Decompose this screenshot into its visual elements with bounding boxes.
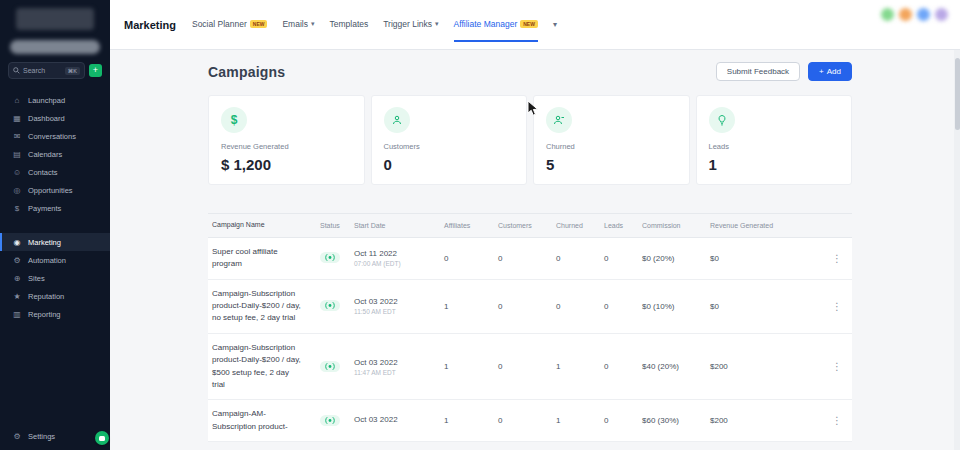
account-switcher[interactable] <box>10 40 100 54</box>
table-row[interactable]: Super cool affiliate program Oct 11 2022… <box>208 238 852 280</box>
sidebar-item-label: Sites <box>28 274 45 283</box>
more-tabs-chevron-icon[interactable]: ▾ <box>553 20 557 29</box>
campaign-name[interactable]: Super cool affiliate program <box>208 246 320 271</box>
campaigns-table: Campaign Name Status Start Date Affiliat… <box>208 213 852 442</box>
revenue-value: $200 <box>710 416 822 425</box>
sidebar-item-launchpad[interactable]: ⌂Launchpad <box>0 91 110 109</box>
sidebar-item-label: Launchpad <box>28 96 65 105</box>
tab-social-planner[interactable]: Social Planner NEW <box>192 8 267 42</box>
affiliates-count: 1 <box>444 302 498 311</box>
scrollbar-thumb[interactable] <box>955 58 960 130</box>
table-row[interactable]: Campaign-Subscription product-Daily-$200… <box>208 280 852 334</box>
row-menu-kebab-icon[interactable]: ⋮ <box>822 415 852 426</box>
stat-card-customers: Customers 0 <box>371 95 528 185</box>
start-date-day: Oct 03 2022 <box>354 297 398 306</box>
sidebar-item-marketing[interactable]: ◉Marketing <box>0 233 110 251</box>
campaign-name[interactable]: Campaign-Subscription product-Daily-$200… <box>208 288 320 325</box>
affiliates-count: 0 <box>444 254 498 263</box>
sidebar-item-label: Reputation <box>28 292 64 301</box>
sidebar-item-label: Opportunities <box>28 186 73 195</box>
row-menu-kebab-icon[interactable]: ⋮ <box>822 301 852 312</box>
stat-card-leads: Leads 1 <box>696 95 853 185</box>
table-row[interactable]: Campaign-Subscription product-Daily-$200… <box>208 334 852 401</box>
campaign-status <box>320 252 354 264</box>
column-header: Status <box>320 222 354 229</box>
support-chat-bubble[interactable] <box>95 431 109 445</box>
sidebar-item-payments[interactable]: $Payments <box>0 199 110 217</box>
agency-logo <box>16 8 94 30</box>
tab-affiliate-manager[interactable]: Affiliate Manager NEW <box>454 8 538 42</box>
submit-feedback-button[interactable]: Submit Feedback <box>716 62 800 81</box>
customers-count: 0 <box>498 254 556 263</box>
sidebar-item-calendars[interactable]: ▤Calendars <box>0 145 110 163</box>
column-header: Churned <box>556 222 604 229</box>
sidebar-item-conversations[interactable]: ✉Conversations <box>0 127 110 145</box>
tab-trigger-links[interactable]: Trigger Links ▾ <box>383 8 438 42</box>
revenue-value: $200 <box>710 362 822 371</box>
stat-cards: $ Revenue Generated $ 1,200 Customers 0 <box>208 95 852 185</box>
stat-value: 1 <box>709 156 840 173</box>
calendars-icon: ▤ <box>12 150 22 159</box>
sidebar-item-dashboard[interactable]: ▦Dashboard <box>0 109 110 127</box>
contacts-icon: ☺ <box>12 168 22 177</box>
sites-icon: ⊕ <box>12 274 22 283</box>
reporting-icon: ▥ <box>12 310 22 319</box>
sidebar-nav-secondary: ◉Marketing ⚙Automation ⊕Sites ★Reputatio… <box>0 233 110 323</box>
dashboard-icon: ▦ <box>12 114 22 123</box>
active-broadcast-icon <box>320 300 340 311</box>
revenue-value: $0 <box>710 254 822 263</box>
row-menu-kebab-icon[interactable]: ⋮ <box>822 253 852 264</box>
marketing-icon: ◉ <box>12 238 22 247</box>
active-broadcast-icon <box>320 252 340 263</box>
avatar[interactable] <box>935 8 948 21</box>
marketing-tabs: Social Planner NEW Emails ▾ Templates Tr… <box>192 8 557 42</box>
sidebar-nav-primary: ⌂Launchpad ▦Dashboard ✉Conversations ▤Ca… <box>0 91 110 217</box>
campaign-name[interactable]: Campaign-AM-Subscription product- <box>208 408 320 433</box>
affiliates-count: 1 <box>444 416 498 425</box>
quick-add-button[interactable]: + <box>89 64 102 77</box>
avatar[interactable] <box>917 8 930 21</box>
tab-label: Trigger Links <box>383 19 432 29</box>
commission-value: $0 (20%) <box>642 254 710 263</box>
customers-count: 0 <box>498 302 556 311</box>
table-row[interactable]: Campaign-AM-Subscription product- Oct 03… <box>208 400 852 442</box>
chevron-down-icon: ▾ <box>435 20 439 28</box>
stat-value: $ 1,200 <box>221 156 352 173</box>
avatar[interactable] <box>881 8 894 21</box>
app-window: Search ⌘K + ⌂Launchpad ▦Dashboard ✉Conve… <box>0 0 960 450</box>
start-date-day: Oct 11 2022 <box>354 249 397 258</box>
add-campaign-button[interactable]: + Add <box>808 62 852 81</box>
settings-gear-icon: ⚙ <box>12 432 22 441</box>
automation-icon: ⚙ <box>12 256 22 265</box>
opportunities-icon: ◎ <box>12 186 22 195</box>
stat-card-churned: Churned 5 <box>533 95 690 185</box>
tab-emails[interactable]: Emails ▾ <box>282 8 314 42</box>
commission-value: $0 (10%) <box>642 302 710 311</box>
customer-icon <box>384 107 410 133</box>
row-menu-kebab-icon[interactable]: ⋮ <box>822 361 852 372</box>
plus-icon: + <box>819 67 824 76</box>
tab-templates[interactable]: Templates <box>329 8 368 42</box>
campaign-name[interactable]: Campaign-Subscription product-Daily-$200… <box>208 342 320 392</box>
sidebar-item-contacts[interactable]: ☺Contacts <box>0 163 110 181</box>
tab-label: Affiliate Manager <box>454 19 518 29</box>
sidebar-item-label: Payments <box>28 204 61 213</box>
leads-count: 0 <box>604 416 642 425</box>
sidebar-item-reputation[interactable]: ★Reputation <box>0 287 110 305</box>
avatar[interactable] <box>899 8 912 21</box>
launchpad-icon: ⌂ <box>12 96 22 105</box>
sidebar-item-reporting[interactable]: ▥Reporting <box>0 305 110 323</box>
churned-count: 1 <box>556 362 604 371</box>
sidebar-item-sites[interactable]: ⊕Sites <box>0 269 110 287</box>
sidebar-item-automation[interactable]: ⚙Automation <box>0 251 110 269</box>
sidebar-item-opportunities[interactable]: ◎Opportunities <box>0 181 110 199</box>
campaign-status <box>320 361 354 373</box>
search-icon <box>13 67 20 74</box>
table-header-row: Campaign Name Status Start Date Affiliat… <box>208 213 852 238</box>
sidebar-item-settings[interactable]: ⚙Settings <box>0 427 110 445</box>
start-date: Oct 03 2022 <box>354 415 444 426</box>
table-body: Super cool affiliate program Oct 11 2022… <box>208 238 852 442</box>
add-button-label: Add <box>827 67 841 76</box>
search-input[interactable]: Search ⌘K <box>8 62 85 79</box>
column-header: Customers <box>498 222 556 229</box>
